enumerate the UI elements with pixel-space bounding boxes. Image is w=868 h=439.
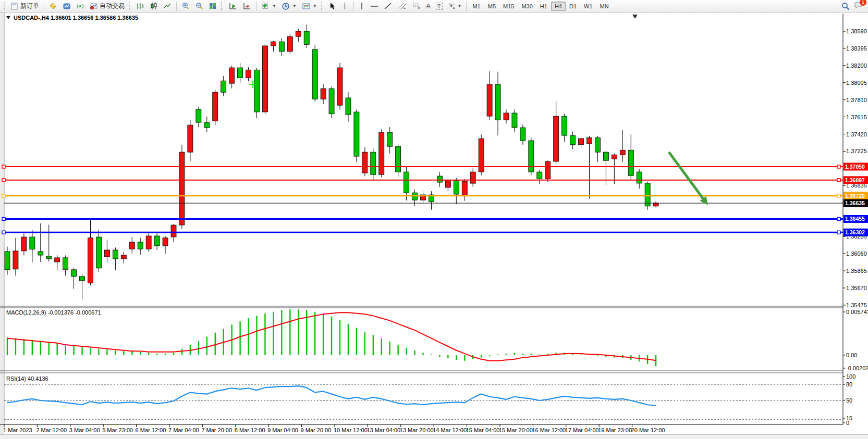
candle [238, 68, 243, 78]
horizontal-line-1.36455[interactable]: 1.36455 [2, 215, 868, 223]
tab-timeframe-M30[interactable]: M30 [518, 2, 536, 11]
candle [246, 70, 251, 78]
search-icon[interactable] [841, 2, 850, 10]
trendline-icon [384, 2, 392, 10]
horizontal-line-1.36302[interactable]: 1.36302 [2, 229, 868, 236]
label-tool-button[interactable]: T [433, 0, 445, 12]
hline-tool-button[interactable] [368, 0, 381, 12]
tab-timeframe-MN[interactable]: MN [596, 2, 613, 11]
horizontal-line-1.36635[interactable]: 1.36635 [4, 199, 868, 207]
tab-timeframe-H4[interactable]: H4 [551, 2, 566, 11]
new-order-button[interactable]: 新订单 [8, 0, 42, 12]
shapes-tool-button[interactable]: ▼ [445, 0, 464, 12]
periods-button[interactable]: ▼ [279, 0, 299, 12]
time-axis-label: 19 Mar 23:00 [598, 427, 632, 433]
chart-shift-button[interactable] [240, 0, 254, 12]
macd-axis-label: -0.002027 [846, 365, 868, 371]
candle [587, 137, 592, 144]
zoom-out-button[interactable] [192, 0, 206, 12]
templates-button[interactable]: ▼ [299, 0, 320, 12]
navigator-button[interactable] [60, 0, 74, 12]
horizontal-line-1.36720[interactable]: 1.36720 [2, 192, 868, 199]
candle [138, 242, 143, 249]
timeframe-group: M1M5M15M30H1H4D1W1MN [469, 1, 612, 12]
chart-canvas[interactable]: 1.385901.383951.382001.380051.378101.376… [0, 0, 868, 439]
zoom-in-button[interactable] [179, 0, 192, 12]
candle [562, 116, 567, 135]
time-axis-label: 6 Mar 12:00 [136, 427, 166, 433]
chart-shift-marker[interactable] [632, 15, 638, 19]
candle [121, 255, 126, 259]
tab-timeframe-W1[interactable]: W1 [580, 2, 596, 11]
rsi-axis-label: 0 [846, 420, 849, 426]
tile-windows-button[interactable] [206, 0, 219, 12]
time-axis[interactable]: 1 Mar 20232 Mar 12:003 Mar 04:005 Mar 23… [3, 424, 665, 433]
candle [38, 252, 43, 255]
auto-scroll-button[interactable] [226, 0, 240, 12]
macd-label: MACD(12,26,9) -0.001376 -0.000671 [6, 309, 101, 316]
chevron-down-icon [6, 16, 10, 19]
price-tick-label: 1.37810 [846, 97, 867, 103]
market-watch-button[interactable] [46, 0, 60, 12]
auto-trading-button[interactable]: 自动交易 [87, 0, 127, 12]
candle [603, 152, 608, 160]
trend-arrow[interactable] [669, 152, 708, 205]
price-tick-label: 1.38200 [846, 62, 867, 69]
rsi-label: RSI(14) 40.4136 [6, 375, 48, 382]
crosshair-tool-button[interactable] [338, 0, 351, 12]
fibonacci-tool-button[interactable]: F [409, 0, 424, 12]
toolbar-grip[interactable] [4, 2, 7, 10]
candle [346, 98, 351, 115]
tab-timeframe-M15[interactable]: M15 [499, 2, 518, 11]
notification-badge: 1 [860, 0, 866, 6]
zoom-out-icon [195, 2, 203, 10]
candle [537, 172, 542, 179]
candle [179, 152, 185, 225]
cursor-tool-button[interactable] [326, 0, 338, 12]
channel-tool-button[interactable]: E [395, 0, 409, 12]
candle [296, 31, 301, 36]
candle [304, 31, 309, 44]
price-line-label: 1.36455 [845, 216, 865, 222]
indicators-button[interactable]: ▼ [259, 0, 279, 12]
time-axis-label: 15 Mar 04:00 [466, 427, 500, 433]
tab-timeframe-M5[interactable]: M5 [484, 2, 499, 11]
price-tick-label: 1.37225 [846, 148, 867, 154]
horizontal-line-1.37050[interactable]: 1.37050 [2, 162, 868, 170]
notifications-button[interactable]: 1 [854, 2, 863, 11]
price-tick-label: 1.37420 [846, 131, 867, 137]
candle [80, 277, 85, 281]
trendline-tool-button[interactable] [381, 0, 395, 12]
candle [63, 258, 68, 270]
candle [404, 172, 409, 193]
signals-button[interactable] [74, 0, 87, 12]
candle [653, 203, 658, 206]
time-axis-label: 14 Mar 12:00 [433, 427, 467, 433]
candle [520, 128, 525, 141]
candle [113, 250, 118, 259]
horizontal-line-1.36897[interactable]: 1.36897 [2, 176, 868, 184]
line-handle [837, 217, 840, 220]
candle [321, 89, 326, 99]
tab-timeframe-D1[interactable]: D1 [566, 2, 580, 11]
candle [545, 161, 551, 179]
bar-chart-type-button[interactable] [133, 0, 147, 12]
status-bar [0, 434, 868, 439]
time-axis-label: 8 Mar 12:00 [235, 427, 265, 433]
rsi-pane: RSI(14) 40.41361008050150 [4, 373, 855, 426]
chart-title-bar[interactable]: USDCAD-,H4 1.36601 1.36656 1.36586 1.366… [6, 15, 138, 21]
fibonacci-icon: F [412, 2, 421, 10]
vline-tool-button[interactable] [356, 0, 368, 12]
tab-timeframe-M1[interactable]: M1 [469, 2, 484, 11]
text-tool-button[interactable]: A [424, 0, 433, 12]
line-chart-type-button[interactable] [161, 0, 174, 12]
candle [154, 236, 160, 246]
price-line-label: 1.36897 [845, 177, 865, 183]
tab-timeframe-H1[interactable]: H1 [536, 2, 551, 11]
crosshair-icon [341, 2, 349, 10]
candle [628, 150, 633, 175]
candle [396, 146, 401, 172]
text-tool-icon: A [426, 3, 431, 10]
candlestick-type-button[interactable] [147, 0, 161, 12]
candle [387, 132, 393, 146]
